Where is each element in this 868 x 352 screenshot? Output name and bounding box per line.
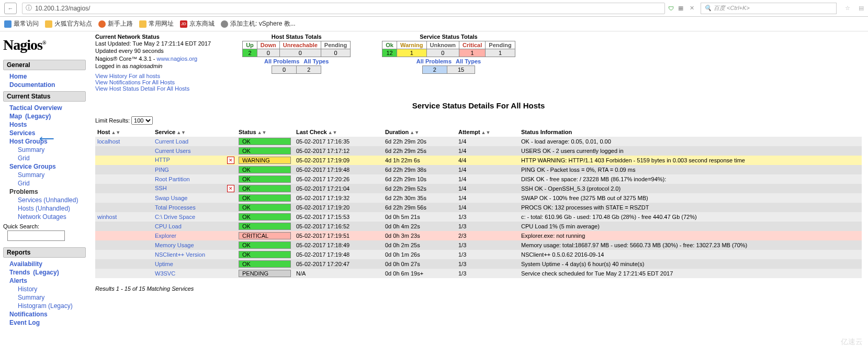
table-row: Memory UsageOK05-02-2017 17:18:490d 0h 2… (95, 240, 862, 250)
nav-host-groups[interactable]: Host Groups (3, 137, 86, 146)
status-pill: OK (239, 138, 291, 145)
svc-ok-header[interactable]: Ok (382, 41, 397, 49)
qr-icon[interactable]: ▦ (678, 5, 683, 12)
view-notifications-link[interactable]: View Notifications For All Hosts (95, 79, 211, 85)
host-all-problems-count[interactable]: 0 (272, 66, 297, 74)
nav-tactical[interactable]: Tactical Overview (3, 104, 86, 112)
browser-search-input[interactable]: 🔍 百度 <Ctrl+K> (701, 3, 837, 14)
svc-critical-header[interactable]: Critical (459, 41, 486, 49)
status-info: PING OK - Packet loss = 0%, RTA = 0.09 m… (519, 165, 862, 174)
view-host-status-link[interactable]: View Host Status Detail For All Hosts (95, 85, 211, 92)
host-link[interactable]: winhost (95, 212, 153, 222)
col-host[interactable]: Host▲▼ (95, 128, 153, 137)
nav-hosts-unhandled[interactable]: Hosts (Unhandled) (12, 204, 86, 213)
host-all-problems-link[interactable]: All Problems (264, 58, 299, 64)
bookmark-jd[interactable]: JD京东商城 (180, 19, 215, 28)
service-link[interactable]: W3SVC (153, 269, 236, 278)
nav-sg-summary[interactable]: Summary (12, 171, 86, 179)
nav-history[interactable]: History (12, 285, 86, 293)
nav-event-log[interactable]: Event Log (3, 318, 86, 327)
col-service[interactable]: Service▲▼ (153, 128, 236, 137)
nav-hg-grid[interactable]: Grid (12, 154, 86, 162)
limit-select[interactable]: 100 (131, 116, 153, 125)
svc-unknown-header[interactable]: Unknown (426, 41, 459, 49)
back-button[interactable]: ← (4, 3, 17, 14)
svc-pending-count[interactable]: 1 (486, 49, 515, 57)
passive-icon: ✕ (227, 185, 234, 192)
service-link[interactable]: CPU Load (153, 222, 236, 231)
col-status[interactable]: Status▲▼ (236, 128, 294, 137)
nav-map[interactable]: Map(Legacy) (3, 112, 86, 120)
service-link[interactable]: Explorer (153, 231, 236, 240)
col-duration[interactable]: Duration▲▼ (383, 128, 456, 137)
svc-all-problems-count[interactable]: 2 (422, 66, 447, 74)
nav-hosts[interactable]: Hosts (3, 120, 86, 129)
nav-services[interactable]: Services (3, 129, 86, 137)
nav-network-outages[interactable]: Network Outages (12, 213, 86, 221)
sidebar-toggle-icon[interactable]: ▤ (859, 5, 864, 12)
star-icon[interactable]: ☆ (845, 5, 850, 12)
service-link[interactable]: HTTP✕ (153, 156, 236, 165)
service-link[interactable]: C:\ Drive Space (153, 212, 236, 222)
nav-summary[interactable]: Summary (12, 293, 86, 302)
nav-section-reports: Reports (3, 247, 86, 258)
service-link[interactable]: Memory Usage (153, 240, 236, 250)
svc-critical-count[interactable]: 1 (459, 49, 486, 57)
nav-trends[interactable]: Trends(Legacy) (3, 268, 86, 277)
service-link[interactable]: Current Load (153, 137, 236, 147)
host-unreachable-count[interactable]: 0 (279, 49, 321, 57)
service-link[interactable]: Swap Usage (153, 193, 236, 203)
service-link[interactable]: SSH✕ (153, 184, 236, 193)
host-unreachable-header[interactable]: Unreachable (279, 41, 321, 49)
host-pending-header[interactable]: Pending (321, 41, 350, 49)
svc-all-problems-link[interactable]: All Problems (416, 58, 452, 64)
host-link[interactable]: localhost (95, 137, 153, 147)
svc-all-types-count[interactable]: 15 (447, 66, 475, 74)
nav-home[interactable]: Home (3, 72, 86, 81)
host-pending-count[interactable]: 0 (321, 49, 350, 57)
nav-documentation[interactable]: Documentation (3, 81, 86, 89)
service-link[interactable]: NSClient++ Version (153, 250, 236, 259)
bookmark-vsphere[interactable]: 添加主机: vSphere 教... (221, 19, 296, 28)
service-link[interactable]: Uptime (153, 259, 236, 269)
host-up-header[interactable]: Up (243, 41, 257, 49)
close-icon[interactable]: ✕ (690, 5, 694, 12)
host-all-types-count[interactable]: 2 (297, 66, 321, 74)
url-bar[interactable]: ⓘ 10.200.1.23/nagios/ (22, 3, 665, 14)
svc-pending-header[interactable]: Pending (486, 41, 515, 49)
nav-services-unhandled[interactable]: Services (Unhandled) (12, 196, 86, 204)
nagios-org-link[interactable]: www.nagios.org (157, 56, 198, 62)
nav-sg-grid[interactable]: Grid (12, 179, 86, 188)
service-link[interactable]: Total Processes (153, 203, 236, 212)
nav-availability[interactable]: Availability (3, 260, 86, 268)
host-all-types-link[interactable]: All Types (303, 58, 329, 64)
bookmark-most-visited[interactable]: 最常访问 (4, 19, 39, 28)
attempt: 2/3 (456, 231, 519, 240)
nav-notifications[interactable]: Notifications (3, 310, 86, 318)
service-link[interactable]: Current Users (153, 146, 236, 156)
shield-icon[interactable]: 🛡 (668, 5, 674, 12)
view-history-link[interactable]: View History For all hosts (95, 73, 211, 79)
svc-warning-count[interactable]: 1 (397, 49, 426, 57)
bookmark-common-sites[interactable]: 常用网址 (139, 19, 174, 28)
nav-hg-summary[interactable]: Summary (12, 146, 86, 154)
service-link[interactable]: PING (153, 165, 236, 174)
host-down-count[interactable]: 0 (257, 49, 279, 57)
col-last-check[interactable]: Last Check▲▼ (294, 128, 383, 137)
quick-search-input[interactable] (7, 230, 65, 241)
table-row: Current UsersOK05-02-2017 17:17:126d 22h… (95, 146, 862, 156)
service-link[interactable]: Root Partition (153, 174, 236, 184)
svc-unknown-count[interactable]: 0 (426, 49, 459, 57)
svc-all-types-link[interactable]: All Types (456, 58, 481, 64)
host-up-count[interactable]: 2 (243, 49, 257, 57)
svc-warning-header[interactable]: Warning (397, 41, 426, 49)
svc-ok-count[interactable]: 12 (382, 49, 397, 57)
host-down-header[interactable]: Down (257, 41, 279, 49)
col-attempt[interactable]: Attempt▲▼ (456, 128, 519, 137)
nav-service-groups[interactable]: Service Groups (3, 162, 86, 171)
duration: 0d 0h 6m 19s+ (383, 269, 456, 278)
bookmark-getting-started[interactable]: 新手上路 (98, 19, 133, 28)
nav-histogram[interactable]: Histogram (Legacy) (12, 302, 86, 310)
bookmark-firefox-official[interactable]: 火狐官方站点 (45, 19, 92, 28)
nav-alerts[interactable]: Alerts (3, 277, 86, 285)
